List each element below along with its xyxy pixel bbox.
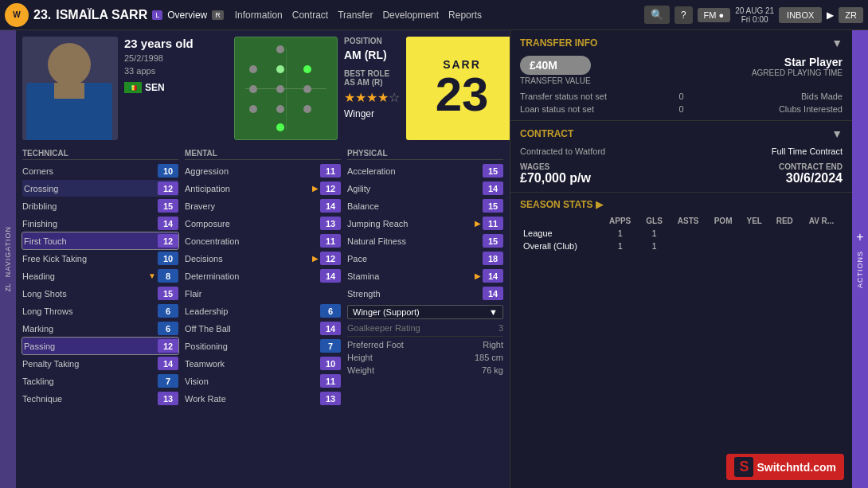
formation-diagram <box>234 37 338 140</box>
agreed-playing-value: Star Player <box>752 56 843 68</box>
contract-expand[interactable]: ▼ <box>831 127 843 140</box>
stat-workrate: Work Rate 13 <box>185 390 341 407</box>
search-button[interactable]: 🔍 <box>644 6 670 24</box>
tab-development[interactable]: Development <box>382 10 439 21</box>
stat-heading: Heading ▼ 8 <box>22 267 178 284</box>
player-details: 23 years old 25/2/1998 33 apps 🇸🇳 SEN <box>124 37 228 93</box>
tab-transfer[interactable]: Transfer <box>338 10 373 21</box>
wages-value: £70,000 p/w <box>520 171 591 185</box>
mental-header: MENTAL <box>185 149 341 160</box>
player-age: 23 years old <box>124 37 228 50</box>
stats-area: TECHNICAL Corners 10 Crossing 12 Dribbli… <box>16 146 510 488</box>
transfer-section: TRANSFER INFO ▼ £40M TRANSFER VALUE Star… <box>510 30 852 121</box>
loan-status-num: 0 <box>678 104 683 114</box>
stat-corners: Corners 10 <box>22 162 178 179</box>
contract-end-value: 30/6/2024 <box>779 171 843 185</box>
preferred-foot-row: Preferred Foot Right <box>347 338 503 351</box>
main-content: NAVIGATION ZL 23 years old 25/2/1998 33 … <box>0 30 868 488</box>
navigation-label: NAVIGATION <box>4 226 12 277</box>
card-number: 23 <box>436 71 489 119</box>
physical-column: PHYSICAL Acceleration 15 Agility 14 Bala… <box>344 149 503 485</box>
player-photo <box>22 37 118 140</box>
winger-dropdown[interactable]: Winger (Support) ▼ <box>347 305 503 319</box>
bids-made-label: Bids Made <box>687 92 843 101</box>
stat-marking: Marking 6 <box>22 320 178 337</box>
nav-label-l: L <box>152 10 162 20</box>
player-number-card: SARR 23 <box>406 37 518 140</box>
stat-finishing: Finishing 14 <box>22 215 178 232</box>
stat-leadership: Leadership 6 <box>185 303 341 319</box>
actions-label: ACTIONS <box>856 251 864 288</box>
season-stats-section: SEASON STATS ▶ APPS GLS ASTS POM YEL RED… <box>510 193 852 488</box>
weight-row: Weight 76 kg <box>347 364 503 377</box>
position-section-label: POSITION <box>344 37 400 45</box>
stat-flair: Flair <box>185 285 341 302</box>
stat-acceleration: Acceleration 15 <box>347 162 503 179</box>
stat-anticipation: Anticipation ▶ 12 <box>185 180 341 197</box>
season-stats-title: SEASON STATS ▶ <box>520 199 843 210</box>
club-logo: W <box>5 3 29 27</box>
contract-type: Full Time Contract <box>772 146 843 156</box>
stat-first-touch: First Touch 12 <box>22 232 178 249</box>
stat-teamwork: Teamwork 10 <box>185 355 341 372</box>
player-dob: 25/2/1998 <box>124 53 228 63</box>
stat-concentration: Concentration 11 <box>185 232 341 249</box>
loan-status-label: Loan status not set <box>520 104 675 114</box>
tab-information[interactable]: Information <box>235 10 283 21</box>
stat-vision: Vision 11 <box>185 373 341 389</box>
transfer-expand[interactable]: ▼ <box>831 37 843 49</box>
zr-button[interactable]: ZR <box>839 7 863 23</box>
overview-tab[interactable]: Overview <box>167 10 207 21</box>
fm-logo: FM ● <box>698 8 731 22</box>
transfer-status-label: Transfer status not set <box>520 92 675 101</box>
inbox-arrow: ▶ <box>827 10 834 21</box>
stat-composure: Composure 13 <box>185 215 341 232</box>
left-nav-strip: NAVIGATION ZL <box>0 30 16 488</box>
stat-determination: Determination 14 <box>185 267 341 284</box>
player-top: 23 years old 25/2/1998 33 apps 🇸🇳 SEN <box>16 30 510 146</box>
nationality-code: SEN <box>145 82 165 93</box>
stat-crossing: Crossing 12 <box>22 180 178 197</box>
stat-tackling: Tackling 7 <box>22 373 178 389</box>
best-role-label: BEST ROLE AS AM (R) <box>344 69 400 87</box>
stat-passing: Passing 12 <box>22 338 178 354</box>
plus-icon[interactable]: + <box>856 230 863 244</box>
tab-contract[interactable]: Contract <box>292 10 328 21</box>
physical-header: PHYSICAL <box>347 149 503 160</box>
mental-column: MENTAL Aggression 11 Anticipation ▶ 12 B… <box>182 149 344 485</box>
stat-freekick: Free Kick Taking 10 <box>22 250 178 267</box>
player-nationality: 🇸🇳 SEN <box>124 82 228 93</box>
stat-offtheball: Off The Ball 14 <box>185 320 341 337</box>
right-actions-strip: + ACTIONS <box>852 30 868 488</box>
stat-positioning: Positioning 7 <box>185 338 341 354</box>
height-row: Height 185 cm <box>347 351 503 364</box>
flag-icon: 🇸🇳 <box>124 82 142 93</box>
transfer-value-label: TRANSFER VALUE <box>520 76 591 85</box>
watermark: S Switchntd.com <box>726 454 844 480</box>
clubs-interested-label: Clubs Interested <box>687 104 843 114</box>
transfer-value-badge: £40M <box>520 56 591 75</box>
position-value: AM (RL) <box>344 49 400 61</box>
agreed-playing-label: AGREED PLAYING TIME <box>752 68 843 77</box>
gk-rating-row: Goalkeeper Rating 3 <box>347 322 503 334</box>
stat-aggression: Aggression 11 <box>185 162 341 179</box>
stat-pace: Pace 18 <box>347 250 503 267</box>
right-panel: TRANSFER INFO ▼ £40M TRANSFER VALUE Star… <box>510 30 852 488</box>
wages-label: WAGES <box>520 162 591 171</box>
contract-end-label: CONTRACT END <box>779 162 843 171</box>
nav-label-r: R <box>212 10 224 20</box>
help-button[interactable]: ? <box>674 6 693 24</box>
stat-decisions: Decisions ▶ 12 <box>185 250 341 267</box>
player-apps: 33 apps <box>124 66 228 76</box>
stat-jumping-reach: Jumping Reach ▶ 11 <box>347 215 503 232</box>
stat-longthrows: Long Throws 6 <box>22 303 178 319</box>
inbox-button[interactable]: INBOX <box>779 7 822 23</box>
contract-title: CONTRACT <box>520 128 573 139</box>
stat-bravery: Bravery 14 <box>185 197 341 214</box>
tab-reports[interactable]: Reports <box>448 10 482 21</box>
season-row-league: League 1 1 <box>520 227 843 240</box>
role-stars: ★★★★☆ <box>344 90 400 105</box>
player-name: ISMAÏLA SARR <box>56 8 147 22</box>
technical-column: TECHNICAL Corners 10 Crossing 12 Dribbli… <box>22 149 182 485</box>
technical-header: TECHNICAL <box>22 149 178 160</box>
